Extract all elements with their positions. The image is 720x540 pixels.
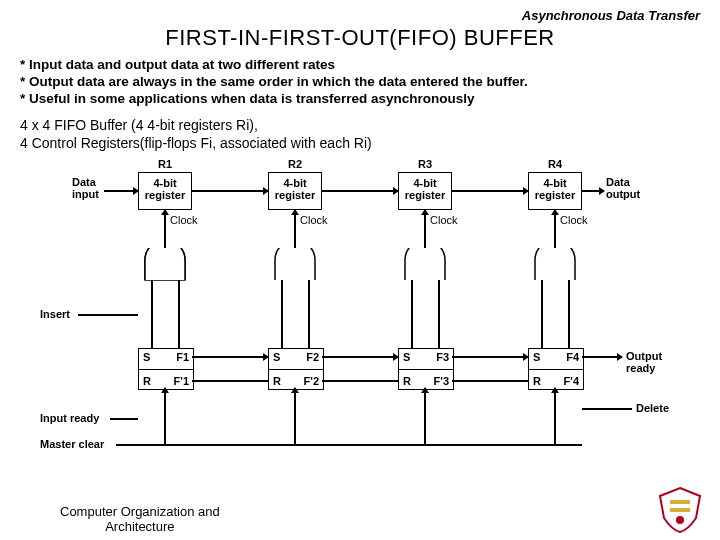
text: Data [606, 176, 630, 188]
wire [438, 280, 440, 348]
reg-label-r2: R2 [288, 158, 302, 170]
flipflop-f3: S R F3 F'3 [398, 348, 454, 390]
bullet-item: * Input data and output data at two diff… [20, 57, 700, 72]
ff-qn: F'4 [564, 375, 579, 387]
wire [568, 280, 570, 348]
text: input [72, 188, 99, 200]
ff-r: R [533, 375, 541, 387]
wire [411, 280, 413, 348]
register-r2: 4-bit register [268, 172, 322, 210]
wire [541, 280, 543, 348]
wire [151, 280, 153, 348]
and-gate [273, 248, 317, 278]
reg-text: register [145, 189, 185, 201]
wire [164, 210, 166, 228]
wire [582, 356, 622, 358]
ff-s: S [403, 351, 410, 363]
wire [78, 314, 138, 316]
clock-label: Clock [170, 214, 198, 226]
wire [281, 280, 283, 348]
register-r1: 4-bit register [138, 172, 192, 210]
register-r3: 4-bit register [398, 172, 452, 210]
wire [322, 190, 398, 192]
ff-q: F3 [436, 351, 449, 363]
subheading: 4 x 4 FIFO Buffer (4 4-bit registers Ri)… [20, 116, 700, 152]
output-ready-label: Output ready [626, 350, 662, 374]
and-gate [533, 248, 577, 278]
ff-s: S [273, 351, 280, 363]
text: output [606, 188, 640, 200]
reg-label-r3: R3 [418, 158, 432, 170]
wire [294, 228, 296, 248]
ff-s: S [533, 351, 540, 363]
ff-qn: F'1 [174, 375, 189, 387]
wire [452, 356, 528, 358]
and-gate [403, 248, 447, 278]
wire [178, 280, 180, 348]
bullet-item: * Useful in some applications when data … [20, 91, 700, 106]
flipflop-f4: S R F4 F'4 [528, 348, 584, 390]
data-output-label: Data output [606, 176, 640, 200]
input-ready-label: Input ready [40, 412, 99, 424]
subhead-line: 4 x 4 FIFO Buffer (4 4-bit registers Ri)… [20, 117, 258, 133]
ff-q: F4 [566, 351, 579, 363]
ff-qn: F'3 [434, 375, 449, 387]
clock-label: Clock [300, 214, 328, 226]
wire [452, 380, 528, 382]
data-input-label: Data input [72, 176, 99, 200]
wire [294, 388, 296, 444]
clock-label: Clock [430, 214, 458, 226]
wire [424, 388, 426, 444]
wire [164, 228, 166, 248]
ff-qn: F'2 [304, 375, 319, 387]
fifo-diagram: R1 R2 R3 R4 4-bit register 4-bit registe… [40, 158, 680, 458]
wire [322, 380, 398, 382]
ff-r: R [403, 375, 411, 387]
reg-text: 4-bit [413, 177, 436, 189]
wire [554, 210, 556, 228]
wire [116, 444, 582, 446]
wire [554, 228, 556, 248]
wire [192, 356, 268, 358]
bullet-item: * Output data are always in the same ord… [20, 74, 700, 89]
clock-label: Clock [560, 214, 588, 226]
ff-q: F2 [306, 351, 319, 363]
reg-text: 4-bit [283, 177, 306, 189]
flipflop-f1: S R F1 F'1 [138, 348, 194, 390]
reg-label-r1: R1 [158, 158, 172, 170]
page-title: FIRST-IN-FIRST-OUT(FIFO) BUFFER [20, 25, 700, 51]
wire [554, 388, 556, 444]
bullet-list: * Input data and output data at two diff… [20, 57, 700, 106]
master-clear-label: Master clear [40, 438, 104, 450]
wire [424, 210, 426, 228]
reg-label-r4: R4 [548, 158, 562, 170]
svg-point-0 [676, 516, 684, 524]
text: Data [72, 176, 96, 188]
wire [582, 408, 632, 410]
reg-text: register [405, 189, 445, 201]
ff-r: R [143, 375, 151, 387]
wire [192, 380, 268, 382]
reg-text: 4-bit [153, 177, 176, 189]
wire [308, 280, 310, 348]
reg-text: register [275, 189, 315, 201]
wire [452, 190, 528, 192]
text: Computer Organization and [60, 504, 220, 519]
wire [322, 356, 398, 358]
and-gate [143, 248, 187, 278]
register-r4: 4-bit register [528, 172, 582, 210]
insert-label: Insert [40, 308, 70, 320]
ff-s: S [143, 351, 150, 363]
wire [164, 388, 166, 444]
reg-text: register [535, 189, 575, 201]
wire [582, 190, 604, 192]
wire [192, 190, 268, 192]
wire [104, 190, 138, 192]
crest-icon [652, 484, 708, 534]
wire [424, 228, 426, 248]
header-topic: Asynchronous Data Transfer [20, 8, 700, 23]
ff-q: F1 [176, 351, 189, 363]
flipflop-f2: S R F2 F'2 [268, 348, 324, 390]
text: Architecture [105, 519, 174, 534]
ff-r: R [273, 375, 281, 387]
